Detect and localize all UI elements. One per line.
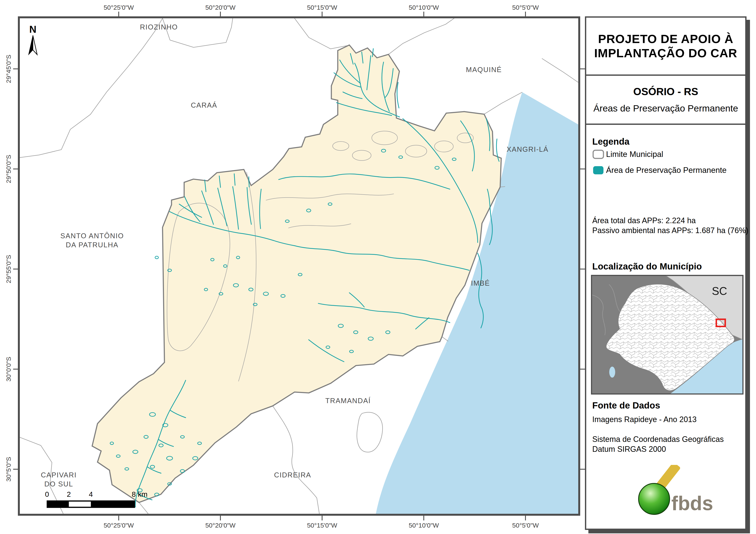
place-label: RIOZINHO	[140, 23, 178, 31]
tick-left	[13, 469, 18, 470]
north-arrow-icon: N	[29, 24, 37, 55]
scale-bar: 0 2 4 8 km	[45, 490, 148, 508]
lon-label: 50°10'0"W	[409, 522, 439, 529]
svg-text:N: N	[29, 24, 37, 35]
place-label: CARAÁ	[191, 101, 217, 109]
title-block: PROJETO DE APOIO À IMPLANTAÇÃO DO CAR	[586, 18, 745, 76]
place-label: XANGRI-LÁ	[506, 145, 548, 153]
legend-swatch-limite	[592, 149, 604, 159]
page-title-line1: PROJETO DE APOIO À	[598, 32, 733, 46]
lat-label: 29°55'0"S	[5, 255, 12, 283]
tick-left	[13, 369, 18, 369]
source-heading: Fonte de Dados	[592, 400, 660, 411]
legend-item-limite: Limite Municipal	[592, 149, 663, 159]
place-label: DO SUL	[44, 480, 73, 488]
main-map-canvas: RIOZINHO CARAÁ MAQUINÉ XANGRI-LÁ SANTO A…	[20, 18, 578, 514]
main-map: RIOZINHO CARAÁ MAQUINÉ XANGRI-LÁ SANTO A…	[18, 16, 580, 516]
lon-label: 50°25'0"W	[104, 522, 134, 529]
inset-lake	[609, 367, 615, 377]
lon-label: 50°15'0"W	[307, 4, 337, 11]
tick-right	[580, 469, 585, 470]
lon-label: 50°10'0"W	[409, 4, 439, 11]
info-panel: PROJETO DE APOIO À IMPLANTAÇÃO DO CAR OS…	[585, 16, 746, 530]
inset-map-canvas: SC	[592, 276, 742, 394]
lon-label: 50°5'0"W	[512, 522, 539, 529]
fbds-logo: fbds	[632, 465, 722, 519]
place-label: CIDREIRA	[274, 471, 311, 479]
svg-text:2: 2	[67, 490, 71, 498]
legend-heading: Legenda	[592, 137, 630, 147]
sc-state-label: SC	[712, 285, 727, 297]
lon-label: 50°5'0"W	[512, 4, 539, 11]
legend-label: Área de Preservação Permanente	[606, 166, 726, 175]
tick-top	[118, 12, 119, 16]
tick-right	[580, 369, 585, 369]
svg-text:4: 4	[89, 490, 93, 498]
lon-label: 50°20'0"W	[205, 522, 235, 529]
tick-bottom	[525, 516, 526, 521]
subtitle-block: OSÓRIO - RS Áreas de Preservação Permane…	[586, 76, 745, 125]
tick-bottom	[423, 516, 424, 521]
location-inset-map: SC	[591, 275, 743, 394]
tick-bottom	[322, 516, 323, 521]
lat-label: 30°5'0"S	[5, 457, 12, 481]
legend-swatch-app	[592, 165, 604, 175]
source-datum: Datum SIRGAS 2000	[592, 445, 666, 454]
place-label: CAPIVARI	[41, 471, 77, 479]
svg-text:8 km: 8 km	[132, 490, 148, 498]
tick-top	[220, 12, 221, 16]
legend-item-app: Área de Preservação Permanente	[592, 165, 726, 175]
tick-left	[13, 68, 18, 69]
logo-green-sphere	[638, 483, 670, 514]
place-label: IMBÉ	[471, 279, 490, 287]
svg-text:0: 0	[45, 490, 49, 498]
lon-label: 50°15'0"W	[307, 522, 337, 529]
source-crs: Sistema de Coordenadas Geográficas	[592, 435, 724, 444]
tick-right	[580, 168, 585, 169]
tick-bottom	[220, 516, 221, 521]
place-label: TRAMANDAÍ	[325, 397, 371, 405]
municipality-name: OSÓRIO - RS	[633, 86, 698, 97]
tick-left	[13, 168, 18, 169]
place-label: MAQUINÉ	[466, 66, 502, 74]
lat-label: 30°0'0"S	[5, 357, 12, 381]
tick-right	[580, 268, 585, 269]
source-imagery: Imagens Rapideye - Ano 2013	[592, 415, 696, 424]
logo-text: fbds	[671, 492, 713, 514]
lat-label: 29°50'0"S	[5, 155, 12, 183]
tick-left	[13, 268, 18, 269]
legend-label: Limite Municipal	[606, 150, 663, 159]
page-title-line2: IMPLANTAÇÃO DO CAR	[594, 46, 737, 60]
lon-label: 50°20'0"W	[205, 4, 235, 11]
app-passivo: Passivo ambiental nas APPs: 1.687 ha (76…	[592, 226, 748, 235]
tick-right	[580, 68, 585, 69]
map-subject: Áreas de Preservação Permanente	[593, 103, 738, 114]
fbds-logo-canvas: fbds	[632, 465, 722, 519]
app-total-area: Área total das APPs: 2.224 ha	[592, 216, 696, 225]
place-label: SANTO ANTÔNIO	[60, 232, 124, 240]
tick-top	[322, 12, 323, 16]
tick-top	[525, 12, 526, 16]
lon-label: 50°25'0"W	[104, 4, 134, 11]
location-heading: Localização do Município	[592, 261, 702, 272]
lat-label: 29°45'0"S	[5, 55, 12, 83]
tick-top	[423, 12, 424, 16]
place-label: DA PATRULHA	[66, 241, 119, 249]
tick-bottom	[118, 516, 119, 521]
